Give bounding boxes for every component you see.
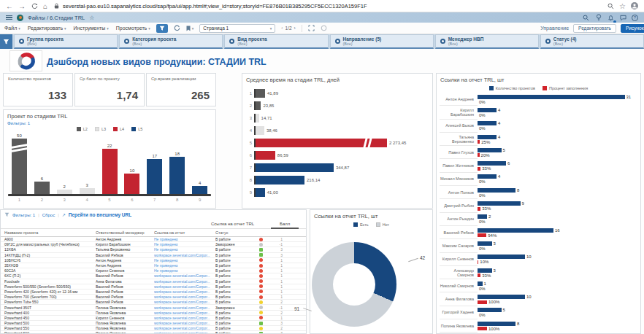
percent-bar[interactable] bbox=[478, 140, 480, 144]
legend-item[interactable]: L4 bbox=[113, 127, 124, 131]
table-row[interactable]: Powerhard 500Полина Яковлеваworkspace.se… bbox=[1, 321, 306, 326]
hbar[interactable] bbox=[256, 139, 387, 147]
notifications-icon[interactable] bbox=[607, 14, 615, 22]
menu-Файл[interactable]: Файл▾ bbox=[4, 26, 20, 31]
profile-avatar[interactable] bbox=[631, 2, 638, 9]
table-row[interactable]: Powerform 700 (Severform 700)Василий Ряб… bbox=[1, 295, 306, 300]
filter-toolbar-button[interactable] bbox=[156, 24, 168, 33]
percent-bar[interactable] bbox=[478, 233, 486, 237]
prev-page-icon[interactable]: ‹ bbox=[281, 26, 283, 31]
legend-item[interactable]: L2 bbox=[77, 127, 88, 131]
table-row[interactable]: Powerhard 600Полина Яковлеваworkspace.se… bbox=[1, 331, 306, 334]
column-header[interactable]: Ссылка на отчет bbox=[154, 230, 215, 235]
zoom-page-icon[interactable] bbox=[607, 2, 614, 9]
legend-item[interactable]: Количество проектов bbox=[489, 86, 535, 90]
kpi-tile[interactable]: Количество проектов133 bbox=[3, 73, 73, 106]
table-row[interactable]: Powerhard 450Кирилл Семеновworkspace.sev… bbox=[1, 316, 306, 321]
percent-bar[interactable] bbox=[478, 153, 480, 157]
page-selector[interactable]: Страница 1 ▾ bbox=[199, 24, 275, 33]
count-bar[interactable] bbox=[478, 148, 502, 152]
report-link-cell[interactable]: workspace.severstal.com/Corpor... bbox=[154, 326, 215, 330]
legend-item[interactable]: Процент заполнения bbox=[543, 86, 588, 90]
external-url-link[interactable]: Перейти по внешнему URL bbox=[69, 212, 131, 217]
report-link-cell[interactable]: workspace.severstal.com/Corpor... bbox=[154, 316, 215, 320]
column-header[interactable]: Статус bbox=[215, 230, 255, 235]
hbar[interactable] bbox=[256, 176, 304, 185]
report-link-cell[interactable]: workspace.severstal.com/Corpor... bbox=[154, 290, 215, 294]
insight-bulb-icon[interactable] bbox=[594, 14, 602, 22]
filter-tab[interactable]: Категория проекта(Все) bbox=[119, 34, 223, 49]
table-row[interactable]: 10ВНСУ6Антон АндреевНе приведеноВ работе… bbox=[1, 258, 306, 263]
next-page-icon[interactable]: › bbox=[294, 26, 296, 31]
column-bar[interactable] bbox=[192, 186, 207, 194]
filter-tab[interactable]: Группа проекта(Все) bbox=[14, 34, 118, 49]
column-bar[interactable] bbox=[124, 174, 139, 194]
percent-bar[interactable] bbox=[478, 273, 480, 277]
count-bar[interactable] bbox=[478, 308, 502, 312]
percent-bar[interactable] bbox=[478, 167, 480, 171]
edit-mode-button[interactable]: Редактировать bbox=[573, 24, 616, 33]
back-icon[interactable]: ← bbox=[6, 2, 13, 10]
report-link-cell[interactable]: workspace.severstal.com/Corpor... bbox=[154, 295, 215, 299]
report-link-cell[interactable]: Не приведено bbox=[154, 268, 215, 273]
menu-Инструменты[interactable]: Инструменты▾ bbox=[74, 26, 109, 31]
report-link-cell[interactable]: workspace.severstal.com/Corpor... bbox=[154, 300, 215, 304]
report-link-cell[interactable]: workspace.severstal.com/Corpor... bbox=[154, 321, 215, 325]
hbar[interactable] bbox=[256, 151, 275, 160]
table-row[interactable]: 6ХС (П-2)Василий Рябковworkspace.severst… bbox=[1, 273, 306, 279]
percent-bar[interactable] bbox=[478, 327, 487, 330]
legend-item[interactable]: L5 bbox=[131, 127, 142, 131]
filter-tab[interactable]: Статус (4)(Все) bbox=[540, 34, 644, 49]
refresh-button[interactable] bbox=[174, 24, 180, 33]
count-bar[interactable] bbox=[478, 188, 515, 193]
column-bar[interactable] bbox=[12, 139, 27, 194]
count-bar[interactable] bbox=[478, 121, 497, 125]
menu-Просмотреть[interactable]: Просмотреть▾ bbox=[116, 26, 150, 31]
canvas-mode-button[interactable]: Рисунок bbox=[621, 24, 644, 33]
count-bar[interactable] bbox=[478, 108, 497, 112]
search-icon[interactable] bbox=[582, 14, 590, 22]
address-bar[interactable]: severstal-pao.eu10.sapanalytics.cloud/sa… bbox=[53, 2, 602, 9]
hamburger-menu-icon[interactable] bbox=[6, 15, 12, 20]
column-bar[interactable] bbox=[57, 190, 72, 194]
table-row[interactable]: 09Г2С для магистральных труб (Челябинск)… bbox=[1, 242, 306, 247]
report-link-cell[interactable]: workspace.severstal.com/Corpor... bbox=[154, 279, 215, 284]
column-bar[interactable] bbox=[80, 188, 95, 194]
home-icon[interactable]: ⌂ bbox=[43, 2, 47, 10]
table-row[interactable]: А900Антон АндреевНе приведеноВ работе1 bbox=[1, 237, 306, 242]
filter-bar-toggle[interactable] bbox=[0, 34, 12, 49]
reload-icon[interactable] bbox=[31, 2, 38, 9]
count-bar[interactable] bbox=[478, 228, 553, 233]
manage-link[interactable]: Управление bbox=[540, 26, 569, 31]
count-bar[interactable] bbox=[478, 295, 525, 299]
bookmark-star-icon[interactable]: ☆ bbox=[619, 2, 626, 10]
kpi-tile[interactable]: Ср балл по проекту1,74 bbox=[74, 73, 145, 106]
hbar[interactable] bbox=[256, 126, 264, 135]
count-bar[interactable] bbox=[478, 255, 525, 259]
report-link-cell[interactable]: workspace.severstal.com/Corpor... bbox=[154, 273, 215, 278]
table-row[interactable]: Powerhard 550Полина Яковлеваworkspace.se… bbox=[1, 326, 306, 331]
report-link-cell[interactable]: Не приведено bbox=[154, 258, 215, 263]
count-bar[interactable] bbox=[478, 135, 497, 139]
percent-bar[interactable] bbox=[478, 260, 478, 264]
column-header[interactable]: Ответственный менеджер bbox=[96, 230, 154, 235]
hbar[interactable] bbox=[256, 188, 265, 197]
legend-item[interactable]: Есть bbox=[353, 222, 369, 227]
table-row[interactable]: Powerhard 400Полина Яковлеваworkspace.se… bbox=[1, 311, 306, 316]
count-bar[interactable] bbox=[478, 214, 487, 219]
report-link-cell[interactable]: workspace.severstal.com/Corpor... bbox=[154, 284, 215, 289]
forward-icon[interactable]: → bbox=[18, 2, 26, 10]
percent-bar[interactable] bbox=[478, 207, 480, 211]
table-row[interactable]: Powerhard 350TПолина Яковлеваworkspace.s… bbox=[1, 305, 306, 310]
column-bar[interactable] bbox=[34, 182, 50, 194]
discussion-icon[interactable] bbox=[619, 14, 627, 22]
help-icon[interactable]: ? bbox=[632, 15, 638, 21]
donut-chart[interactable] bbox=[312, 242, 396, 327]
legend-item[interactable]: L3 bbox=[95, 127, 106, 131]
bookmark-button[interactable]: ▾ bbox=[186, 24, 194, 33]
column-bar[interactable] bbox=[147, 159, 162, 194]
report-link-cell[interactable]: Не приведено bbox=[154, 237, 215, 241]
report-link-cell[interactable]: workspace.severstal.com/Corpor... bbox=[154, 311, 215, 315]
legend-item[interactable]: Нет bbox=[376, 222, 389, 227]
hbar[interactable] bbox=[256, 163, 334, 172]
